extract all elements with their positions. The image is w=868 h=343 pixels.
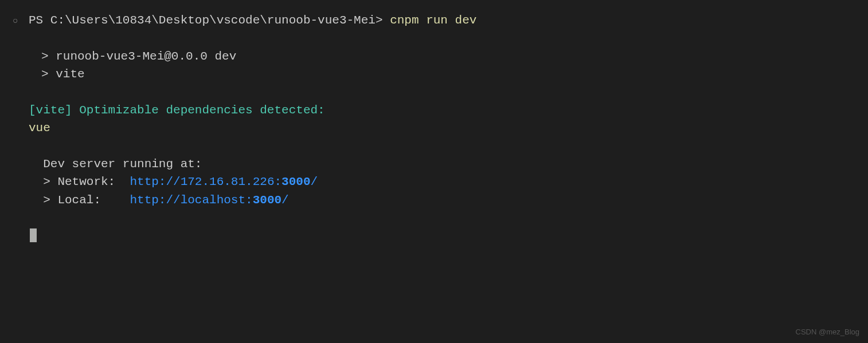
network-port[interactable]: 3000: [281, 175, 310, 188]
terminal-panel[interactable]: ○ PS C:\Users\10834\Desktop\vscode\runoo…: [0, 0, 868, 257]
server-title: Dev server running at:: [29, 155, 857, 174]
prompt-separator: >: [376, 14, 390, 27]
cursor: [30, 228, 37, 242]
output-script-line2: > vite: [29, 65, 857, 84]
output-script-line1: > runoob-vue3-Mei@0.0.0 dev: [29, 48, 857, 66]
prompt-path: C:\Users\10834\Desktop\vscode\runoob-vue…: [50, 14, 376, 27]
local-label: > Local:: [29, 194, 130, 207]
local-line: > Local: http://localhost:3000/: [29, 191, 857, 210]
network-url-suffix[interactable]: /: [311, 175, 318, 188]
blank-line: [29, 137, 857, 155]
blank-line: [29, 84, 857, 101]
network-url-prefix[interactable]: http://172.16.81.226:: [130, 175, 281, 188]
circle-icon: ○: [13, 14, 18, 28]
watermark-text: CSDN @mez_Blog: [796, 326, 859, 338]
local-url-prefix[interactable]: http://localhost:: [130, 194, 252, 207]
prompt-line: PS C:\Users\10834\Desktop\vscode\runoob-…: [29, 11, 857, 30]
vite-message: [vite] Optimizable dependencies detected…: [29, 101, 857, 120]
command-text: cnpm run dev: [390, 14, 476, 27]
vite-deps: vue: [29, 119, 857, 137]
shell-prefix: PS: [29, 14, 50, 27]
blank-line: [29, 30, 857, 48]
local-url-suffix[interactable]: /: [281, 194, 289, 207]
network-label: > Network:: [29, 175, 130, 188]
blank-line: [29, 209, 857, 227]
cursor-line[interactable]: [29, 227, 857, 245]
local-port[interactable]: 3000: [253, 194, 281, 207]
network-line: > Network: http://172.16.81.226:3000/: [29, 173, 857, 191]
